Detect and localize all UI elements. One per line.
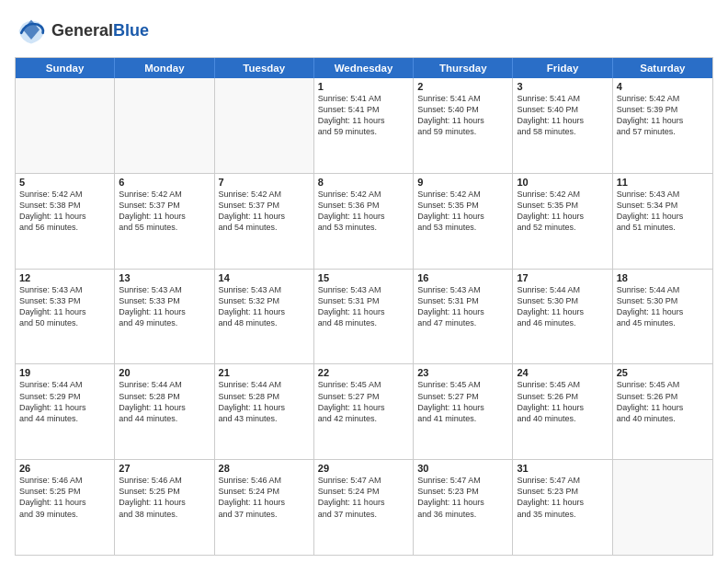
calendar-cell-9: 9Sunrise: 5:42 AM Sunset: 5:35 PM Daylig… (414, 174, 513, 269)
week-row-3: 12Sunrise: 5:43 AM Sunset: 5:33 PM Dayli… (16, 269, 712, 364)
cell-date: 28 (219, 463, 310, 474)
cell-date: 26 (19, 463, 110, 474)
day-header-thursday: Thursday (414, 58, 513, 78)
cell-date: 18 (617, 272, 709, 283)
calendar-cell-18: 18Sunrise: 5:44 AM Sunset: 5:30 PM Dayli… (613, 270, 712, 364)
cell-date: 7 (219, 177, 310, 188)
cell-date: 2 (417, 81, 508, 92)
cell-date: 11 (617, 177, 709, 188)
cell-info: Sunrise: 5:43 AM Sunset: 5:31 PM Dayligh… (318, 284, 409, 329)
cell-date: 24 (517, 367, 608, 378)
calendar-cell-empty (16, 78, 115, 173)
day-header-saturday: Saturday (613, 58, 712, 78)
calendar-cell-11: 11Sunrise: 5:43 AM Sunset: 5:34 PM Dayli… (613, 174, 712, 269)
cell-info: Sunrise: 5:41 AM Sunset: 5:40 PM Dayligh… (517, 93, 608, 138)
day-headers: SundayMondayTuesdayWednesdayThursdayFrid… (16, 58, 712, 78)
calendar-cell-3: 3Sunrise: 5:41 AM Sunset: 5:40 PM Daylig… (513, 78, 612, 173)
calendar-cell-28: 28Sunrise: 5:46 AM Sunset: 5:24 PM Dayli… (215, 460, 314, 555)
cell-info: Sunrise: 5:45 AM Sunset: 5:27 PM Dayligh… (417, 379, 508, 424)
cell-date: 8 (318, 177, 409, 188)
cell-info: Sunrise: 5:44 AM Sunset: 5:29 PM Dayligh… (19, 379, 110, 424)
calendar-cell-15: 15Sunrise: 5:43 AM Sunset: 5:31 PM Dayli… (314, 270, 414, 364)
cell-info: Sunrise: 5:43 AM Sunset: 5:31 PM Dayligh… (417, 284, 508, 329)
calendar-cell-14: 14Sunrise: 5:43 AM Sunset: 5:32 PM Dayli… (215, 270, 314, 364)
header: GeneralBlue (15, 15, 713, 48)
calendar-cell-10: 10Sunrise: 5:42 AM Sunset: 5:35 PM Dayli… (513, 174, 612, 269)
calendar-cell-21: 21Sunrise: 5:44 AM Sunset: 5:28 PM Dayli… (215, 364, 314, 459)
calendar-cell-22: 22Sunrise: 5:45 AM Sunset: 5:27 PM Dayli… (314, 364, 414, 459)
logo-icon (15, 15, 48, 48)
calendar-cell-19: 19Sunrise: 5:44 AM Sunset: 5:29 PM Dayli… (16, 364, 115, 459)
cell-info: Sunrise: 5:44 AM Sunset: 5:28 PM Dayligh… (219, 379, 310, 424)
cell-info: Sunrise: 5:43 AM Sunset: 5:33 PM Dayligh… (19, 284, 110, 329)
cell-info: Sunrise: 5:41 AM Sunset: 5:40 PM Dayligh… (417, 93, 508, 138)
calendar-cell-30: 30Sunrise: 5:47 AM Sunset: 5:23 PM Dayli… (414, 460, 513, 555)
day-header-tuesday: Tuesday (215, 58, 314, 78)
cell-info: Sunrise: 5:44 AM Sunset: 5:30 PM Dayligh… (617, 284, 709, 329)
cell-date: 31 (517, 463, 608, 474)
cell-info: Sunrise: 5:43 AM Sunset: 5:33 PM Dayligh… (119, 284, 210, 329)
day-header-monday: Monday (115, 58, 214, 78)
cell-date: 15 (318, 272, 409, 283)
calendar-cell-empty (613, 460, 712, 555)
calendar-cell-12: 12Sunrise: 5:43 AM Sunset: 5:33 PM Dayli… (16, 270, 115, 364)
cell-info: Sunrise: 5:42 AM Sunset: 5:36 PM Dayligh… (318, 189, 409, 234)
cell-info: Sunrise: 5:43 AM Sunset: 5:32 PM Dayligh… (219, 284, 310, 329)
calendar-cell-4: 4Sunrise: 5:42 AM Sunset: 5:39 PM Daylig… (613, 78, 712, 173)
week-row-4: 19Sunrise: 5:44 AM Sunset: 5:29 PM Dayli… (16, 363, 712, 459)
cell-date: 1 (318, 81, 409, 92)
week-row-2: 5Sunrise: 5:42 AM Sunset: 5:38 PM Daylig… (16, 173, 712, 269)
calendar-cell-16: 16Sunrise: 5:43 AM Sunset: 5:31 PM Dayli… (414, 270, 513, 364)
day-header-wednesday: Wednesday (314, 58, 414, 78)
cell-info: Sunrise: 5:46 AM Sunset: 5:24 PM Dayligh… (219, 475, 310, 520)
cell-date: 4 (617, 81, 709, 92)
calendar-cell-8: 8Sunrise: 5:42 AM Sunset: 5:36 PM Daylig… (314, 174, 414, 269)
calendar-cell-7: 7Sunrise: 5:42 AM Sunset: 5:37 PM Daylig… (215, 174, 314, 269)
cell-date: 22 (318, 367, 409, 378)
cell-date: 29 (318, 463, 409, 474)
day-header-sunday: Sunday (16, 58, 115, 78)
cell-date: 17 (517, 272, 608, 283)
calendar-cell-1: 1Sunrise: 5:41 AM Sunset: 5:41 PM Daylig… (314, 78, 414, 173)
cell-date: 25 (617, 367, 709, 378)
cell-date: 16 (417, 272, 508, 283)
cell-date: 13 (119, 272, 210, 283)
cell-info: Sunrise: 5:44 AM Sunset: 5:30 PM Dayligh… (517, 284, 608, 329)
cell-info: Sunrise: 5:45 AM Sunset: 5:26 PM Dayligh… (517, 379, 608, 424)
cell-date: 19 (19, 367, 110, 378)
cell-info: Sunrise: 5:42 AM Sunset: 5:37 PM Dayligh… (219, 189, 310, 234)
calendar-cell-20: 20Sunrise: 5:44 AM Sunset: 5:28 PM Dayli… (115, 364, 214, 459)
calendar-cell-5: 5Sunrise: 5:42 AM Sunset: 5:38 PM Daylig… (16, 174, 115, 269)
week-row-5: 26Sunrise: 5:46 AM Sunset: 5:25 PM Dayli… (16, 459, 712, 555)
cell-info: Sunrise: 5:47 AM Sunset: 5:24 PM Dayligh… (318, 475, 409, 520)
calendar-cell-17: 17Sunrise: 5:44 AM Sunset: 5:30 PM Dayli… (513, 270, 612, 364)
logo: GeneralBlue (15, 15, 149, 48)
calendar-cell-13: 13Sunrise: 5:43 AM Sunset: 5:33 PM Dayli… (115, 270, 214, 364)
calendar: SundayMondayTuesdayWednesdayThursdayFrid… (15, 57, 713, 556)
calendar-cell-empty (215, 78, 314, 173)
cell-date: 21 (219, 367, 310, 378)
cell-date: 12 (19, 272, 110, 283)
cell-date: 9 (417, 177, 508, 188)
cell-info: Sunrise: 5:45 AM Sunset: 5:27 PM Dayligh… (318, 379, 409, 424)
cell-date: 3 (517, 81, 608, 92)
cell-date: 10 (517, 177, 608, 188)
week-row-1: 1Sunrise: 5:41 AM Sunset: 5:41 PM Daylig… (16, 78, 712, 173)
cell-info: Sunrise: 5:46 AM Sunset: 5:25 PM Dayligh… (19, 475, 110, 520)
weeks: 1Sunrise: 5:41 AM Sunset: 5:41 PM Daylig… (16, 78, 712, 555)
calendar-cell-25: 25Sunrise: 5:45 AM Sunset: 5:26 PM Dayli… (613, 364, 712, 459)
calendar-cell-24: 24Sunrise: 5:45 AM Sunset: 5:26 PM Dayli… (513, 364, 612, 459)
cell-info: Sunrise: 5:46 AM Sunset: 5:25 PM Dayligh… (119, 475, 210, 520)
cell-date: 6 (119, 177, 210, 188)
calendar-cell-6: 6Sunrise: 5:42 AM Sunset: 5:37 PM Daylig… (115, 174, 214, 269)
calendar-cell-empty (115, 78, 214, 173)
cell-info: Sunrise: 5:45 AM Sunset: 5:26 PM Dayligh… (617, 379, 709, 424)
calendar-cell-23: 23Sunrise: 5:45 AM Sunset: 5:27 PM Dayli… (414, 364, 513, 459)
calendar-cell-29: 29Sunrise: 5:47 AM Sunset: 5:24 PM Dayli… (314, 460, 414, 555)
day-header-friday: Friday (513, 58, 612, 78)
cell-date: 23 (417, 367, 508, 378)
cell-date: 5 (19, 177, 110, 188)
cell-info: Sunrise: 5:42 AM Sunset: 5:38 PM Dayligh… (19, 189, 110, 234)
cell-info: Sunrise: 5:42 AM Sunset: 5:35 PM Dayligh… (417, 189, 508, 234)
cell-info: Sunrise: 5:41 AM Sunset: 5:41 PM Dayligh… (318, 93, 409, 138)
